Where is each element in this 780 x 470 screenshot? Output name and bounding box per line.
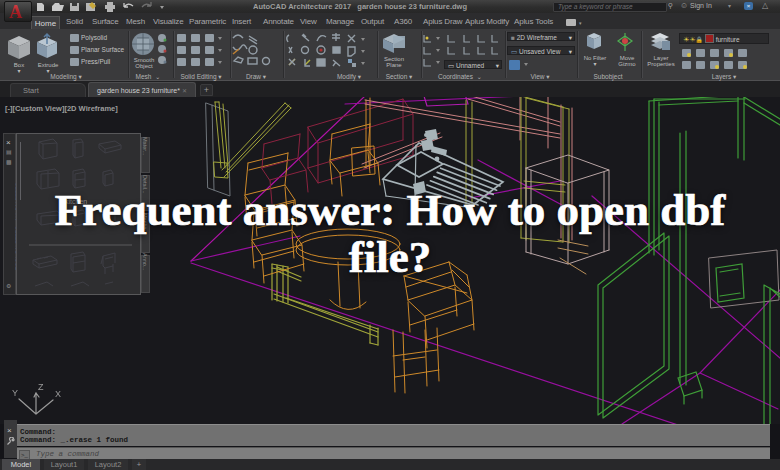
svg-text:A: A — [9, 2, 22, 21]
svg-text:Z: Z — [38, 382, 44, 392]
svg-text:X: X — [55, 389, 61, 399]
svg-text:Y: Y — [12, 388, 18, 398]
